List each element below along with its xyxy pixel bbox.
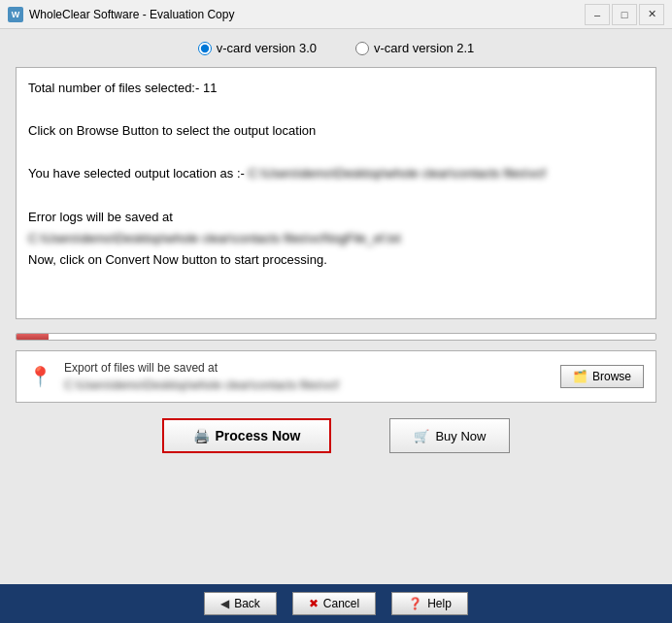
log-line-5: You have selected output location as :- … bbox=[28, 163, 644, 184]
log-line-7: Error logs will be saved at bbox=[28, 207, 644, 228]
vcard-21-option[interactable]: v-card version 2.1 bbox=[355, 41, 474, 55]
progress-track bbox=[16, 333, 656, 341]
pin-icon: 📍 bbox=[28, 365, 52, 388]
log-line-4 bbox=[28, 142, 644, 163]
log-area: Total number of files selected:- 11 Clic… bbox=[16, 67, 656, 319]
vcard-21-label: v-card version 2.1 bbox=[374, 41, 474, 55]
export-info: 📍 Export of files will be saved at C:\Us… bbox=[28, 359, 339, 394]
export-path: C:\Users\demo\Desktop\whole clear\contac… bbox=[64, 377, 339, 394]
help-button[interactable]: ❓ Help bbox=[391, 592, 468, 615]
vcard-30-label: v-card version 3.0 bbox=[217, 41, 317, 55]
log-line-1: Total number of files selected:- 11 bbox=[28, 78, 644, 99]
window-controls: – □ ✕ bbox=[585, 4, 664, 25]
app-icon: W bbox=[8, 7, 23, 22]
title-bar: W WholeClear Software - Evaluation Copy … bbox=[0, 0, 672, 29]
export-info-box: 📍 Export of files will be saved at C:\Us… bbox=[16, 350, 656, 403]
process-icon: 🖨️ bbox=[193, 428, 210, 443]
browse-label: Browse bbox=[592, 370, 631, 383]
browse-folder-icon: 🗂️ bbox=[573, 370, 588, 383]
buy-now-button[interactable]: 🛒 Buy Now bbox=[389, 418, 510, 453]
log-line-8: C:\Users\demo\Desktop\whole clear\contac… bbox=[28, 228, 644, 249]
vcard-30-option[interactable]: v-card version 3.0 bbox=[198, 41, 317, 55]
window-title: WholeClear Software - Evaluation Copy bbox=[29, 8, 585, 21]
log-line-9: Now, click on Convert Now button to star… bbox=[28, 249, 644, 271]
process-now-label: Process Now bbox=[216, 428, 301, 443]
close-button[interactable]: ✕ bbox=[639, 4, 664, 25]
cancel-icon: ✖ bbox=[309, 597, 319, 610]
vcard-21-radio[interactable] bbox=[355, 42, 369, 55]
main-content: v-card version 3.0 v-card version 2.1 To… bbox=[0, 29, 672, 584]
maximize-button[interactable]: □ bbox=[612, 4, 637, 25]
log-line-2 bbox=[28, 99, 644, 120]
back-button[interactable]: ◀ Back bbox=[204, 592, 277, 615]
cart-icon: 🛒 bbox=[414, 429, 429, 443]
log-line-3: Click on Browse Button to select the out… bbox=[28, 120, 644, 142]
cancel-label: Cancel bbox=[323, 597, 359, 610]
buy-now-label: Buy Now bbox=[435, 429, 486, 443]
output-location-value: C:\Users\demo\Desktop\whole clear\contac… bbox=[248, 166, 545, 180]
bottom-bar: ◀ Back ✖ Cancel ❓ Help bbox=[0, 584, 672, 623]
log-line-6 bbox=[28, 184, 644, 206]
cancel-button[interactable]: ✖ Cancel bbox=[292, 592, 376, 615]
browse-button[interactable]: 🗂️ Browse bbox=[560, 365, 644, 388]
vcard-30-radio[interactable] bbox=[198, 42, 212, 55]
help-icon: ❓ bbox=[408, 597, 422, 610]
process-now-button[interactable]: 🖨️ Process Now bbox=[162, 418, 332, 453]
help-label: Help bbox=[427, 597, 452, 610]
progress-area bbox=[16, 333, 656, 341]
back-label: Back bbox=[234, 597, 260, 610]
back-icon: ◀ bbox=[220, 597, 229, 610]
version-radio-group: v-card version 3.0 v-card version 2.1 bbox=[16, 41, 656, 55]
export-text: Export of files will be saved at C:\User… bbox=[64, 359, 339, 394]
export-label1: Export of files will be saved at bbox=[64, 359, 339, 377]
progress-fill bbox=[17, 334, 49, 340]
action-buttons-row: 🖨️ Process Now 🛒 Buy Now bbox=[16, 418, 656, 453]
minimize-button[interactable]: – bbox=[585, 4, 610, 25]
